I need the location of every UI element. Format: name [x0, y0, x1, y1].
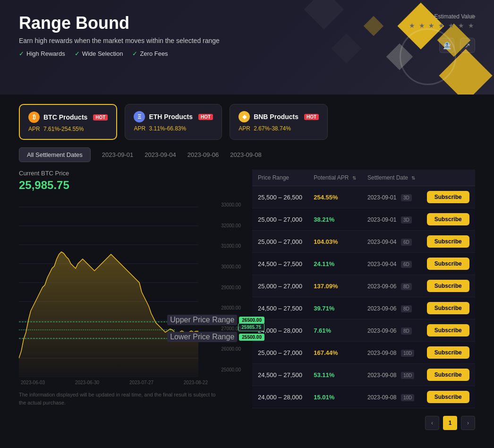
date-sort-icon[interactable]: ⇅ [411, 175, 415, 181]
cell-apr: 104.03% [308, 231, 362, 253]
btc-product-name: BTC Products [43, 113, 87, 121]
current-range-value: 25985.75 [238, 323, 264, 331]
subscribe-btn-4[interactable]: Subscribe [427, 280, 469, 292]
y-label-6: 27000.00 [213, 326, 241, 331]
cell-apr: 15.01% [308, 386, 362, 408]
subscribe-btn-9[interactable]: Subscribe [427, 391, 469, 403]
chart-section: Current BTC Price 25,985.75 [19, 170, 241, 408]
current-page-btn[interactable]: 1 [443, 416, 457, 430]
subscribe-btn-1[interactable]: Subscribe [427, 213, 469, 225]
cell-price-range: 25,000 – 27,000 [252, 275, 308, 297]
chart-area: Upper Price Range 26500.00 25985.75 Lowe… [19, 198, 208, 377]
cell-date: 2023-09-01 3D [362, 208, 421, 231]
y-label-2: 31000.00 [213, 243, 241, 249]
cell-date: 2023-09-04 6D [362, 231, 421, 253]
cell-action[interactable]: Subscribe [421, 186, 475, 208]
cell-price-range: 24,500 – 27,500 [252, 364, 308, 386]
table-header-row: Price Range Potential APR ⇅ Settlement D… [252, 170, 475, 186]
cell-action[interactable]: Subscribe [421, 208, 475, 231]
col-price-range: Price Range [252, 170, 308, 186]
eth-hot-badge: HOT [198, 114, 213, 120]
eth-icon: Ξ [134, 111, 145, 122]
cell-action[interactable]: Subscribe [421, 386, 475, 408]
table-row: 24,500 – 27,500 53.11% 2023-09-08 10D Su… [252, 364, 475, 386]
cell-price-range: 25,000 – 27,000 [252, 342, 308, 364]
table-row: 24,000 – 28,000 7.61% 2023-09-06 8D Subs… [252, 319, 475, 342]
product-card-header-bnb: ◆ BNB Products HOT [238, 111, 319, 122]
cell-price-range: 25,000 – 27,000 [252, 231, 308, 253]
settlement-all-btn[interactable]: All Settlement Dates [19, 147, 91, 162]
btc-icon: ₿ [28, 112, 40, 123]
cell-apr: 53.11% [308, 364, 362, 386]
feature-badge-0: ✓ High Rewards [19, 50, 65, 57]
cell-action[interactable]: Subscribe [421, 253, 475, 275]
cell-apr: 137.09% [308, 275, 362, 297]
current-range-label-row: 25985.75 [238, 323, 264, 331]
product-card-btc[interactable]: ₿ BTC Products HOT APR 7.61%-254.55% [19, 104, 117, 140]
x-label-2: 2023-07-27 [129, 380, 153, 385]
table-row: 24,000 – 28,000 15.01% 2023-09-08 10D Su… [252, 386, 475, 408]
settlement-date-3[interactable]: 2023-09-08 [230, 151, 262, 158]
cell-date: 2023-09-01 3D [362, 186, 421, 208]
subscribe-btn-2[interactable]: Subscribe [427, 235, 469, 248]
cell-action[interactable]: Subscribe [421, 275, 475, 297]
estimated-value-stars: ★ ★ ★ ★ ★ ★ ★ [409, 22, 475, 29]
cell-apr: 254.55% [308, 186, 362, 208]
cell-date: 2023-09-08 10D [362, 364, 421, 386]
col-settlement: Settlement Date ⇅ [362, 170, 421, 186]
cell-action[interactable]: Subscribe [421, 319, 475, 342]
btc-apr: APR 7.61%-254.55% [28, 126, 108, 132]
cell-action[interactable]: Subscribe [421, 231, 475, 253]
subscribe-btn-0[interactable]: Subscribe [427, 191, 469, 203]
check-icon-0: ✓ [19, 50, 24, 57]
eth-product-name: ETH Products [149, 113, 193, 121]
pagination-row: ‹ 1 › [0, 408, 494, 438]
subscribe-btn-8[interactable]: Subscribe [427, 369, 469, 381]
cell-apr: 7.61% [308, 319, 362, 342]
check-icon-2: ✓ [132, 50, 137, 57]
settlement-date-1[interactable]: 2023-09-04 [145, 151, 176, 158]
eth-apr: APR 3.11%-66.83% [134, 125, 213, 132]
btc-apr-range: 7.61%-254.55% [43, 126, 84, 132]
cell-price-range: 24,500 – 27,500 [252, 253, 308, 275]
share-icon-btn[interactable]: ↗ [460, 38, 475, 53]
table-row: 25,000 – 27,000 104.03% 2023-09-04 6D Su… [252, 231, 475, 253]
cell-date: 2023-09-08 10D [362, 386, 421, 408]
cell-apr: 38.21% [308, 208, 362, 231]
hide-value-icon[interactable]: 👁 [469, 13, 476, 21]
x-label-1: 2023-06-30 [75, 380, 99, 385]
feature-badge-1: ✓ Wide Selection [75, 50, 123, 57]
bnb-icon: ◆ [238, 111, 250, 122]
subscribe-btn-6[interactable]: Subscribe [427, 324, 469, 336]
apr-sort-icon[interactable]: ⇅ [352, 175, 356, 181]
cell-action[interactable]: Subscribe [421, 342, 475, 364]
chart-y-labels: 33000.00 32000.00 31000.00 30000.00 2900… [213, 198, 241, 377]
settlement-date-2[interactable]: 2023-09-06 [187, 151, 219, 158]
product-card-eth[interactable]: Ξ ETH Products HOT APR 3.11%-66.83% [125, 104, 222, 140]
eth-apr-range: 3.11%-66.83% [149, 125, 186, 132]
wallet-icon-btn[interactable]: 🏦 [439, 38, 454, 53]
header-section: Estimated Value ★ ★ ★ ★ ★ ★ ★ 👁 🏦 ↗ Rang… [0, 0, 494, 95]
subscribe-btn-3[interactable]: Subscribe [427, 258, 469, 270]
product-card-header-btc: ₿ BTC Products HOT [28, 112, 108, 123]
cell-apr: 24.11% [308, 253, 362, 275]
bnb-hot-badge: HOT [304, 114, 319, 120]
cell-date: 2023-09-08 10D [362, 342, 421, 364]
next-page-btn[interactable]: › [461, 416, 475, 430]
col-apr: Potential APR ⇅ [308, 170, 362, 186]
estimated-value-box: Estimated Value ★ ★ ★ ★ ★ ★ ★ 👁 [409, 13, 475, 29]
subscribe-btn-5[interactable]: Subscribe [427, 302, 469, 314]
chart-x-labels: 2023-06-03 2023-06-30 2023-07-27 2023-08… [19, 377, 208, 385]
y-label-8: 25000.00 [213, 367, 241, 372]
y-label-5: 28000.00 [213, 305, 241, 310]
cell-action[interactable]: Subscribe [421, 297, 475, 319]
price-chart-svg [19, 198, 208, 377]
product-card-bnb[interactable]: ◆ BNB Products HOT APR 2.67%-38.74% [230, 104, 328, 140]
feature-label-1: Wide Selection [82, 50, 123, 57]
cell-date: 2023-09-04 6D [362, 253, 421, 275]
y-label-0: 33000.00 [213, 202, 241, 207]
settlement-date-0[interactable]: 2023-09-01 [102, 151, 134, 158]
cell-action[interactable]: Subscribe [421, 364, 475, 386]
subscribe-btn-7[interactable]: Subscribe [427, 346, 469, 359]
prev-page-btn[interactable]: ‹ [425, 416, 439, 430]
